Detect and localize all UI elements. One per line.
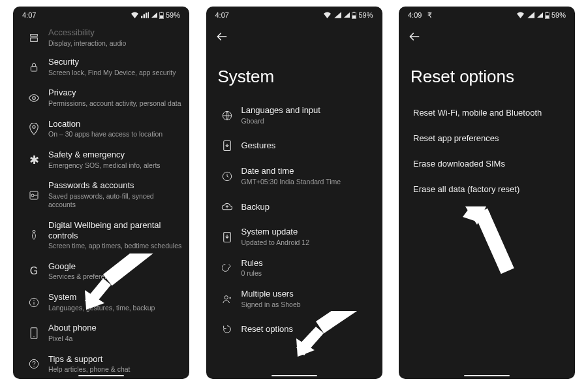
settings-item-privacy[interactable]: PrivacyPermissions, account activity, pe…: [16, 82, 187, 113]
status-right: 59%: [323, 11, 373, 19]
settings-list[interactable]: AccessibilityDisplay, interaction, audio…: [13, 24, 189, 379]
row-title: Gestures: [241, 140, 376, 151]
svg-point-27: [224, 295, 228, 299]
back-button[interactable]: [215, 30, 228, 43]
status-bar: 4:07 59%: [13, 7, 189, 24]
battery-icon: [352, 12, 356, 19]
system-item-update[interactable]: System updateUpdated to Android 12: [209, 221, 380, 252]
nav-indicator[interactable]: [464, 375, 510, 376]
row-sub: Pixel 4a: [48, 335, 183, 344]
phone-icon: [30, 327, 38, 339]
nav-indicator[interactable]: [78, 375, 124, 376]
signal-icon: [333, 12, 341, 18]
row-sub: Saved passwords, auto-fill, synced accou…: [48, 192, 183, 210]
system-item-gestures[interactable]: Gestures: [209, 131, 380, 161]
toolbar: [399, 24, 575, 50]
clock-icon: [222, 171, 232, 182]
settings-item-google[interactable]: G GoogleServices & preferences: [16, 256, 187, 287]
row-title: Digital Wellbeing and parental controls: [48, 220, 183, 240]
back-button[interactable]: [408, 30, 421, 43]
phone-system: 4:07 59% System Languages and inputGboar…: [206, 7, 382, 379]
settings-item-wellbeing[interactable]: Digital Wellbeing and parental controlsS…: [16, 215, 187, 256]
settings-item-passwords[interactable]: Passwords & accountsSaved passwords, aut…: [16, 175, 187, 215]
page-title: System: [206, 50, 382, 100]
row-title: Backup: [241, 202, 376, 212]
toolbar: [206, 24, 382, 50]
status-time: 4:07: [22, 11, 36, 19]
reset-list[interactable]: Reset Wi-Fi, mobile and Bluetooth Reset …: [399, 100, 575, 379]
cloud-icon: [221, 202, 233, 211]
settings-item-safety[interactable]: ✱ Safety & emergencyEmergency SOS, medic…: [16, 144, 187, 175]
battery-icon: [159, 12, 164, 19]
system-item-backup[interactable]: Backup: [209, 191, 380, 221]
settings-item-accessibility[interactable]: AccessibilityDisplay, interaction, audio: [16, 24, 187, 52]
status-bar: 4:07 59%: [206, 7, 382, 24]
row-title: Tips & support: [48, 354, 183, 365]
svg-point-12: [33, 300, 34, 301]
battery-pct: 59%: [551, 11, 566, 19]
rules-icon: [222, 263, 232, 273]
row-sub: Screen lock, Find My Device, app securit…: [48, 69, 183, 78]
lock-icon: [29, 62, 39, 73]
nav-indicator[interactable]: [271, 375, 317, 376]
wifi-icon: [323, 12, 332, 18]
reset-item-app-prefs[interactable]: Reset app preferences: [401, 125, 572, 151]
row-title: Multiple users: [241, 289, 376, 299]
svg-rect-5: [31, 67, 37, 71]
globe-icon: [222, 110, 232, 121]
row-sub: Signed in as Shoeb: [241, 301, 376, 310]
svg-point-9: [31, 194, 34, 197]
reset-item-erase-sims[interactable]: Erase downloaded SIMs: [401, 151, 572, 176]
row-sub: Screen time, app timers, bedtime schedul…: [48, 242, 183, 251]
row-title: About phone: [48, 323, 183, 333]
settings-item-about[interactable]: About phonePixel 4a: [16, 318, 187, 348]
battery-icon: [545, 12, 549, 19]
location-icon: [29, 123, 39, 135]
settings-item-system[interactable]: SystemLanguages, gestures, time, backup: [16, 287, 187, 318]
row-sub: Permissions, account activity, personal …: [48, 99, 183, 108]
row-title: Google: [48, 261, 183, 272]
help-icon: [29, 359, 39, 369]
asterisk-icon: ✱: [29, 153, 39, 167]
row-sub: Help articles, phone & chat: [48, 365, 183, 374]
row-title: Languages and input: [241, 105, 376, 116]
svg-rect-4: [31, 38, 38, 41]
status-time: 4:07: [215, 11, 229, 19]
system-item-reset[interactable]: Reset options: [209, 314, 380, 344]
battery-pct: 59%: [166, 11, 180, 19]
signal-icon-2: [151, 12, 157, 18]
row-title: Privacy: [48, 88, 183, 98]
signal-icon-2: [536, 12, 543, 18]
row-title: Safety & emergency: [48, 150, 183, 160]
svg-rect-2: [160, 15, 163, 18]
settings-item-location[interactable]: LocationOn – 30 apps have access to loca…: [16, 114, 187, 144]
system-item-rules[interactable]: Rules0 rules: [209, 253, 380, 284]
svg-point-16: [33, 366, 34, 367]
reset-item-wifi[interactable]: Reset Wi-Fi, mobile and Bluetooth: [401, 100, 572, 125]
system-list[interactable]: Languages and inputGboard Gestures Date …: [206, 100, 382, 379]
users-icon: [222, 294, 232, 304]
phone-reset: 4:09 ₹ 59% Reset options Reset Wi-Fi, mo…: [399, 7, 575, 379]
system-item-languages[interactable]: Languages and inputGboard: [209, 100, 380, 131]
system-item-datetime[interactable]: Date and timeGMT+05:30 India Standard Ti…: [209, 161, 380, 191]
wellbeing-icon: [29, 229, 39, 241]
system-item-users[interactable]: Multiple usersSigned in as Shoeb: [209, 284, 380, 314]
status-right: 59%: [131, 11, 180, 19]
reset-item-factory-reset[interactable]: Erase all data (factory reset): [401, 176, 572, 202]
status-left: 4:09 ₹: [408, 11, 432, 20]
svg-point-6: [33, 97, 36, 100]
row-sub: 0 rules: [241, 269, 376, 278]
signal-icon: [141, 12, 149, 18]
row-title: System: [48, 292, 183, 302]
reset-icon: [222, 324, 232, 335]
row-sub: Updated to Android 12: [241, 238, 376, 248]
accessibility-icon: [29, 33, 39, 43]
row-title: Reset options: [241, 324, 376, 335]
phone-settings: 4:07 59% AccessibilityDisplay, interacti…: [13, 7, 189, 379]
row-title: Location: [48, 119, 183, 129]
page-title: Reset options: [399, 50, 575, 100]
row-title: Date and time: [241, 166, 376, 176]
row-title: Accessibility: [48, 27, 183, 38]
settings-item-security[interactable]: SecurityScreen lock, Find My Device, app…: [16, 52, 187, 82]
status-bar: 4:09 ₹ 59%: [399, 7, 575, 24]
